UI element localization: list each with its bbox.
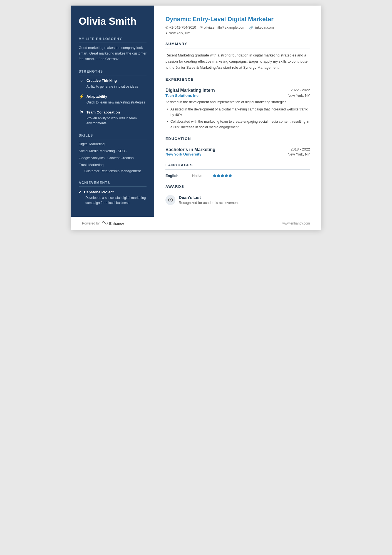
link-icon: 🔗	[249, 26, 253, 29]
skills-section-title: SKILLS	[79, 134, 147, 139]
strength-desc-0: Ability to generate innovative ideas	[79, 84, 147, 89]
experience-section-title: EXPERIENCE	[165, 77, 310, 82]
strength-title-0: Creative Thinking	[86, 78, 117, 83]
edu-degree-0: Bachelor's in Marketing	[165, 147, 215, 152]
experience-divider	[165, 84, 310, 84]
languages-divider	[165, 169, 310, 170]
lang-name-0: English	[165, 174, 188, 178]
location-icon: ●	[165, 31, 168, 35]
exp-bullet-0-0: Assisted in the development of a digital…	[167, 107, 310, 118]
creative-thinking-icon: ○	[79, 78, 84, 83]
contact-linkedin[interactable]: 🔗 linkedin.com	[249, 26, 274, 29]
email-icon: ✉	[200, 26, 203, 29]
graduation-icon	[165, 195, 175, 205]
exp-location-0: New York, NY	[288, 93, 310, 98]
strength-desc-2: Proven ability to work well in team envi…	[79, 116, 147, 126]
summary-section-title: SUMMARY	[165, 42, 310, 46]
awards-section-title: AWARDS	[165, 184, 310, 189]
resume-body: Olivia Smith MY LIFE PHILOSOPHY Good mar…	[71, 6, 321, 217]
strength-title-1: Adaptability	[86, 94, 107, 98]
edu-subrow-0: New York University New York, NY	[165, 152, 310, 156]
skill-item-2: Google Analytics · Content Creation ·	[79, 156, 147, 161]
strengths-section-title: STRENGTHS	[79, 70, 147, 75]
lang-dots-0	[213, 174, 232, 177]
main-title: Dynamic Entry-Level Digital Marketer	[165, 16, 310, 23]
contact-email: ✉ olivia.smith@example.com	[200, 26, 245, 29]
summary-text: Recent Marketing graduate with a strong …	[165, 52, 310, 71]
dot-3	[221, 174, 224, 177]
award-content-0: Dean's List Recognized for academic achi…	[179, 195, 239, 206]
strength-title-2: Team Collaboration	[86, 110, 120, 114]
resume-wrapper: Olivia Smith MY LIFE PHILOSOPHY Good mar…	[71, 6, 321, 230]
award-title-0: Dean's List	[179, 195, 239, 200]
footer-brand: Powered by Enhancv	[82, 221, 124, 226]
exp-company-0: Tech Solutions Inc.	[165, 93, 200, 98]
strength-desc-1: Quick to learn new marketing strategies	[79, 100, 147, 105]
enhancv-logo-icon	[102, 221, 108, 226]
enhancv-logo: Enhancv	[102, 221, 124, 226]
skill-item-1: Social Media Marketing · SEO ·	[79, 149, 147, 154]
achievements-section-title: ACHIEVEMENTS	[79, 181, 147, 187]
contact-location: ● New York, NY	[165, 31, 310, 35]
footer-website: www.enhancv.com	[282, 221, 310, 225]
candidate-name: Olivia Smith	[79, 16, 147, 27]
adaptability-icon: ⚡	[79, 93, 84, 99]
strength-adaptability: ⚡ Adaptability Quick to learn new market…	[79, 93, 147, 105]
strength-creative-thinking: ○ Creative Thinking Ability to generate …	[79, 78, 147, 89]
lang-level-0: Native	[192, 174, 209, 178]
achievement-title-0: Capstone Project	[84, 190, 114, 194]
skill-item-0: Digital Marketing ·	[79, 142, 147, 147]
education-section-title: EDUCATION	[165, 137, 310, 141]
checkmark-icon: ✔	[79, 190, 82, 194]
main-content: Dynamic Entry-Level Digital Marketer ✆ +…	[154, 6, 321, 217]
edu-school-0: New York University	[165, 152, 201, 156]
summary-divider	[165, 48, 310, 48]
phone-icon: ✆	[165, 26, 168, 29]
dot-1	[213, 174, 216, 177]
skills-list: Digital Marketing · Social Media Marketi…	[79, 142, 147, 173]
education-divider	[165, 143, 310, 143]
exp-date-0: 2022 - 2022	[291, 88, 310, 92]
achievement-desc-0: Developed a successful digital marketing…	[79, 195, 147, 205]
edu-date-0: 2018 - 2022	[291, 147, 310, 152]
skill-item-centered: Customer Relationship Management	[79, 169, 147, 173]
achievement-capstone: ✔ Capstone Project Developed a successfu…	[79, 190, 147, 205]
edu-location-0: New York, NY	[288, 152, 310, 156]
philosophy-section-title: MY LIFE PHILOSOPHY	[79, 37, 147, 43]
exp-bullet-0-1: Collaborated with the marketing team to …	[167, 119, 310, 130]
powered-by-label: Powered by	[82, 221, 100, 225]
dot-2	[217, 174, 220, 177]
skill-item-3: Email Marketing ·	[79, 162, 147, 168]
exp-subrow-0: Tech Solutions Inc. New York, NY	[165, 93, 310, 98]
languages-section-title: LANGUAGES	[165, 163, 310, 167]
award-item-0: Dean's List Recognized for academic achi…	[165, 195, 310, 206]
exp-header-0: Digital Marketing Intern 2022 - 2022	[165, 88, 310, 93]
strength-team-collaboration: ⚑ Team Collaboration Proven ability to w…	[79, 109, 147, 126]
lang-row-0: English Native	[165, 174, 310, 178]
exp-job-title-0: Digital Marketing Intern	[165, 88, 215, 93]
exp-bullets-0: Assisted in the development of a digital…	[165, 107, 310, 130]
contact-row: ✆ +1-541-754-3010 ✉ olivia.smith@example…	[165, 26, 310, 29]
sidebar: Olivia Smith MY LIFE PHILOSOPHY Good mar…	[71, 6, 154, 217]
enhancv-brand-name: Enhancv	[109, 221, 124, 226]
philosophy-text: Good marketing makes the company look sm…	[79, 45, 147, 62]
award-desc-0: Recognized for academic achievement	[179, 200, 239, 206]
team-collaboration-icon: ⚑	[79, 109, 84, 115]
dot-4	[225, 174, 228, 177]
awards-divider	[165, 191, 310, 191]
exp-description-0: Assisted in the development and implemen…	[165, 99, 310, 105]
footer: Powered by Enhancv www.enhancv.com	[71, 217, 321, 230]
edu-header-0: Bachelor's in Marketing 2018 - 2022	[165, 147, 310, 152]
contact-phone: ✆ +1-541-754-3010	[165, 26, 196, 29]
dot-5	[229, 174, 232, 177]
